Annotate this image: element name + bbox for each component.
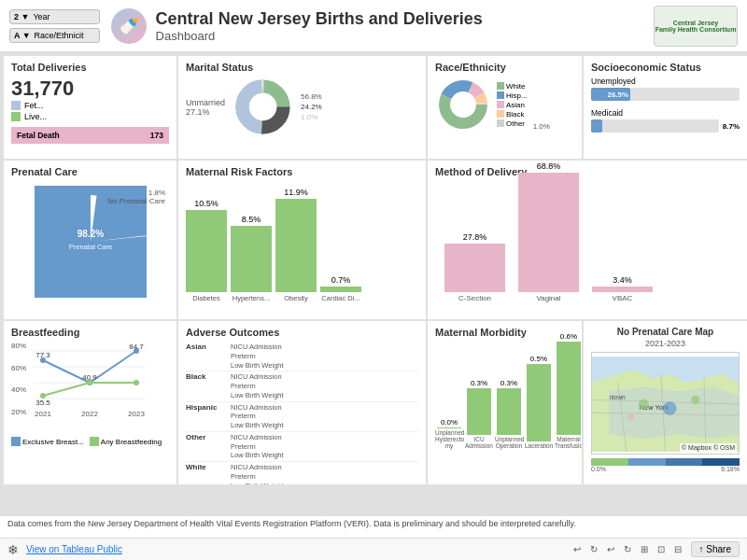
map-placeholder: New York ntown © Mapbox © OSM bbox=[591, 352, 740, 455]
fetal-death-label: Fetal Death bbox=[17, 131, 60, 140]
adverse-other: Other NICU Admission Preterm Low Birth W… bbox=[186, 432, 418, 462]
medicaid-pct: 8.7% bbox=[723, 122, 740, 131]
marital-donut-chart bbox=[233, 77, 293, 137]
svg-text:2021: 2021 bbox=[35, 410, 51, 418]
prenatal-title: Prenatal Care bbox=[11, 166, 169, 177]
morbidity-title: Maternal Morbidity bbox=[435, 327, 574, 338]
live-legend-box bbox=[11, 112, 21, 121]
unemployed-pct: 26.5% bbox=[607, 91, 628, 99]
adverse-white: White NICU Admission Preterm Low Birth W… bbox=[186, 462, 418, 484]
color-scale bbox=[591, 458, 740, 466]
grid-icon[interactable]: ⊞ bbox=[641, 544, 648, 554]
map-subtitle: 2021-2023 bbox=[591, 339, 740, 348]
unemployed-label: Unemployed bbox=[591, 77, 740, 86]
fetal-legend-box bbox=[11, 101, 21, 110]
marital-status-card: Marital Status Unmarried 27.1% 56.8% 24.… bbox=[178, 56, 426, 159]
no-prenatal-map-card: No Prenatal Care Map 2021-2023 New York … bbox=[584, 321, 747, 484]
page-subtitle: Dashboard bbox=[156, 29, 654, 43]
unplanned-op-group: 0.3% Unplanned Operation bbox=[495, 379, 523, 449]
maternal-morbidity-card: Maternal Morbidity 0.0% Unplanned Hyster… bbox=[428, 321, 582, 484]
svg-text:84.7: 84.7 bbox=[129, 343, 144, 351]
race-white: White bbox=[506, 82, 525, 91]
svg-point-42 bbox=[691, 396, 699, 404]
laceration-group: 0.5% Laceration bbox=[525, 355, 553, 449]
hysterectomy-group: 0.0% Unplanned Hysterecto my bbox=[435, 418, 463, 449]
total-deliveries-card: Total Deliveries 31,770 Fet... Live... F… bbox=[4, 56, 176, 159]
expand-icon[interactable]: ⊡ bbox=[657, 544, 665, 554]
scale-labels: 0.0% 6.18% bbox=[591, 466, 740, 472]
adverse-hispanic: Hispanic NICU Admission Preterm Low Birt… bbox=[186, 402, 418, 432]
race-title: Race/Ethnicity bbox=[435, 62, 574, 73]
married-pct: 56.8% bbox=[301, 92, 322, 101]
delivery-count: 31,770 bbox=[11, 77, 74, 101]
page-title: Central New Jersey Births and Deliveries bbox=[156, 9, 654, 29]
medicaid-label: Medicaid bbox=[591, 108, 740, 118]
undo-icon[interactable]: ↩ bbox=[573, 544, 581, 554]
svg-point-43 bbox=[627, 413, 634, 420]
svg-point-21 bbox=[134, 380, 139, 385]
race-donut-chart bbox=[435, 77, 491, 133]
any-legend-label: Any Breastfeeding bbox=[101, 438, 162, 446]
toolbar-icons: ↩ ↻ ↩ ↻ ⊞ ⊡ ⊟ ↑ Share bbox=[573, 541, 740, 557]
fetal-legend-label: Fet... bbox=[24, 101, 44, 110]
dashboard-grid: Total Deliveries 31,770 Fet... Live... F… bbox=[0, 52, 747, 515]
year-dropdown[interactable]: 2 ▼ Year bbox=[9, 9, 100, 24]
header: 2 ▼ Year A ▼ Race/Ethnicit 🍼 Central New… bbox=[0, 0, 747, 52]
small-pct: 1.0% bbox=[301, 113, 322, 121]
vbac-bar bbox=[592, 287, 653, 292]
svg-text:2023: 2023 bbox=[128, 410, 145, 418]
footer: Data comes from the New Jersey Departmen… bbox=[0, 515, 747, 538]
map-svg: New York ntown bbox=[592, 353, 739, 455]
svg-text:Prenatal Care: Prenatal Care bbox=[68, 243, 111, 251]
race-asian: Asian bbox=[506, 101, 525, 109]
share-button[interactable]: ↑ Share bbox=[691, 541, 740, 557]
tableau-snowflake-icon: ❄ bbox=[7, 542, 19, 557]
other-marital-pct: 24.2% bbox=[301, 103, 322, 111]
adverse-black: Black NICU Admission Preterm Low Birth W… bbox=[186, 371, 418, 401]
nj-logo: 🍼 bbox=[111, 8, 147, 44]
race-other-pct: 1.0% bbox=[533, 122, 550, 133]
total-deliveries-title: Total Deliveries bbox=[11, 62, 169, 73]
filter-controls: 2 ▼ Year A ▼ Race/Ethnicit bbox=[9, 9, 100, 43]
svg-text:2022: 2022 bbox=[81, 410, 98, 418]
race-dropdown[interactable]: A ▼ Race/Ethnicit bbox=[9, 28, 100, 43]
exclusive-legend-label: Exclusive Breast... bbox=[22, 438, 84, 446]
icu-group: 0.3% ICU Admission bbox=[465, 379, 493, 449]
map-title: No Prenatal Care Map bbox=[591, 327, 740, 337]
svg-text:98.2%: 98.2% bbox=[77, 229, 103, 239]
svg-point-41 bbox=[663, 401, 677, 415]
cardiac-bar bbox=[320, 287, 361, 292]
cardiac-bar-group: 0.7% Cardiac Di... bbox=[320, 275, 361, 302]
obesity-bar-group: 11.9% Obesity bbox=[275, 188, 317, 302]
svg-text:77.3: 77.3 bbox=[35, 351, 50, 359]
marital-title: Marital Status bbox=[186, 62, 418, 73]
tableau-bar: ❄ View on Tableau Public ↩ ↻ ↩ ↻ ⊞ ⊡ ⊟ ↑… bbox=[0, 538, 747, 560]
adverse-title: Adverse Outcomes bbox=[186, 327, 418, 338]
diabetes-bar bbox=[186, 210, 227, 292]
transfusion-group: 0.6% Maternal Transfusion bbox=[555, 332, 582, 449]
forward-icon[interactable]: ↻ bbox=[624, 544, 631, 554]
tableau-link[interactable]: View on Tableau Public bbox=[26, 544, 122, 554]
back-icon[interactable]: ↩ bbox=[607, 544, 614, 554]
adverse-asian: Asian NICU Admission Preterm Low Birth W… bbox=[186, 342, 418, 371]
svg-text:ntown: ntown bbox=[609, 394, 626, 400]
delivery-method-card: Method of Delivery 27.8% C-Section 68.8%… bbox=[428, 161, 747, 319]
vaginal-bar bbox=[518, 173, 579, 292]
no-prenatal-label: 1.8% No Prenatal Care bbox=[107, 189, 165, 205]
hypertension-bar bbox=[231, 226, 272, 292]
prenatal-card: Prenatal Care 98.2% Prenatal Care 1.8% N… bbox=[4, 161, 176, 319]
footer-text: Data comes from the New Jersey Departmen… bbox=[7, 519, 576, 528]
diabetes-bar-group: 10.5% Diabetes bbox=[186, 199, 227, 302]
maternal-risk-card: Maternal Risk Factors 10.5% Diabetes 8.5… bbox=[178, 161, 426, 319]
redo-icon[interactable]: ↻ bbox=[590, 544, 598, 554]
fetal-death-count: 173 bbox=[150, 131, 163, 140]
unmarried-label: Unmarried 27.1% bbox=[186, 98, 225, 117]
consortium-logo: Central JerseyFamily Health Consortium bbox=[654, 6, 738, 47]
breastfeeding-chart: 77.3 40.9 84.7 35.5 40.9 2021 2022 2023 bbox=[34, 342, 155, 426]
race-black: Black bbox=[506, 110, 525, 119]
collapse-icon[interactable]: ⊟ bbox=[674, 544, 682, 554]
any-legend-box bbox=[90, 437, 99, 446]
title-block: Central New Jersey Births and Deliveries… bbox=[156, 9, 654, 43]
bf-legend: Exclusive Breast... Any Breastfeeding bbox=[11, 437, 169, 446]
race-other: Other bbox=[506, 119, 525, 128]
